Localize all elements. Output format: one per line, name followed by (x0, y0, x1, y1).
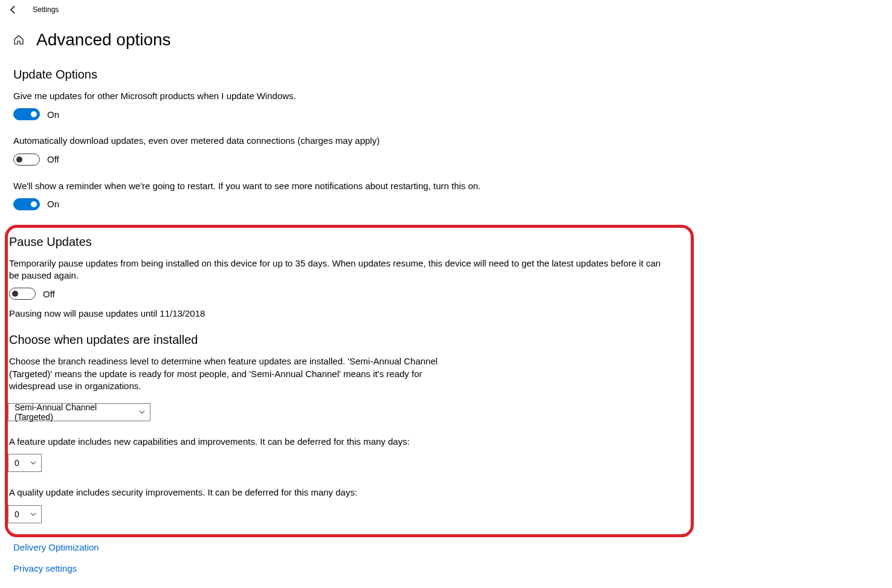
chevron-down-icon (30, 460, 36, 466)
other-products-toggle-label: On (47, 109, 59, 120)
privacy-settings-link[interactable]: Privacy settings (13, 563, 879, 573)
feature-defer-desc: A feature update includes new capabiliti… (8, 436, 673, 448)
pause-toggle-label: Off (43, 289, 55, 299)
pause-desc: Temporarily pause updates from being ins… (8, 257, 673, 282)
links-block: Delivery Optimization Privacy settings (13, 542, 879, 573)
metered-toggle-row: Off (13, 153, 879, 166)
chevron-down-icon (139, 409, 145, 415)
app-title: Settings (33, 5, 59, 14)
quality-defer-select[interactable]: 0 (8, 505, 42, 523)
other-products-toggle-row: On (13, 108, 879, 120)
section-title-choose-when: Choose when updates are installed (8, 333, 691, 347)
toggle-knob (12, 291, 18, 297)
restart-reminder-toggle-row: On (13, 198, 879, 210)
branch-select-value: Semi-Annual Channel (Targeted) (15, 402, 132, 422)
section-title-update-options: Update Options (13, 68, 879, 82)
restart-reminder-desc: We'll show a reminder when we're going t… (13, 180, 678, 192)
metered-desc: Automatically download updates, even ove… (13, 135, 678, 147)
delivery-optimization-link[interactable]: Delivery Optimization (13, 542, 879, 552)
feature-defer-select[interactable]: 0 (8, 454, 42, 472)
quality-defer-desc: A quality update includes security impro… (8, 486, 673, 499)
chevron-down-icon (30, 511, 36, 517)
pause-toggle[interactable] (9, 288, 36, 300)
other-products-toggle[interactable] (13, 108, 40, 120)
toggle-knob (31, 201, 37, 207)
quality-defer-value: 0 (15, 509, 19, 519)
back-button[interactable] (8, 5, 18, 15)
branch-select[interactable]: Semi-Annual Channel (Targeted) (8, 403, 150, 421)
feature-defer-value: 0 (15, 458, 19, 468)
toggle-knob (31, 111, 37, 117)
page-title: Advanced options (36, 30, 171, 50)
pause-until-note: Pausing now will pause updates until 11/… (8, 308, 691, 318)
section-title-pause-updates: Pause Updates (8, 235, 691, 249)
titlebar: Settings (0, 0, 892, 19)
restart-reminder-toggle-label: On (47, 199, 59, 209)
home-icon[interactable] (13, 34, 24, 45)
branch-desc: Choose the branch readiness level to det… (8, 355, 443, 392)
content-area: Advanced options Update Options Give me … (0, 19, 892, 588)
pause-toggle-row: Off (8, 288, 691, 300)
page-header: Advanced options (13, 30, 879, 50)
back-arrow-icon (8, 5, 18, 15)
metered-toggle[interactable] (13, 153, 40, 166)
other-products-desc: Give me updates for other Microsoft prod… (13, 90, 678, 102)
highlight-annotation: Pause Updates Temporarily pause updates … (5, 225, 694, 537)
toggle-knob (16, 157, 22, 163)
restart-reminder-toggle[interactable] (13, 198, 40, 210)
metered-toggle-label: Off (47, 154, 59, 164)
